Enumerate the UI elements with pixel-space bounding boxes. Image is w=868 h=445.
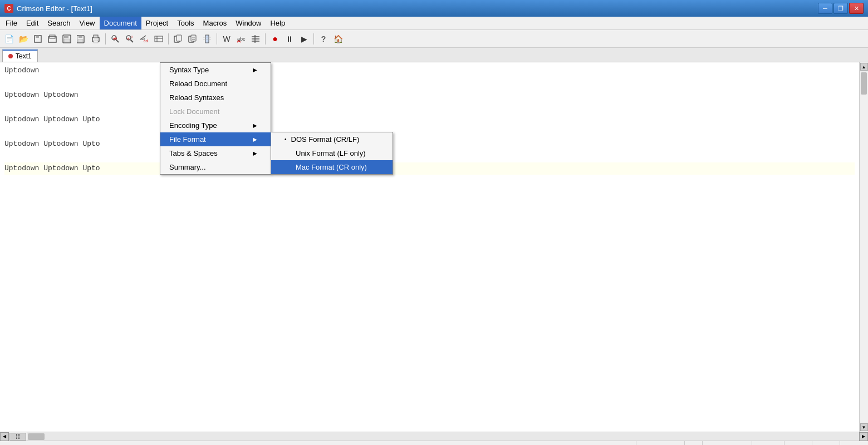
tab-bar: Text1 [0, 48, 868, 62]
status-bar: Set the active document to the Mac file … [0, 441, 868, 445]
spellcheck-button[interactable]: abc [234, 32, 248, 46]
scroll-up-btn[interactable]: ▲ [860, 63, 868, 71]
wordwrap-button[interactable]: W [220, 32, 233, 46]
record-button[interactable]: ● [268, 32, 282, 46]
menu-tools[interactable]: Tools [173, 17, 198, 29]
open-button[interactable]: 📂 [17, 32, 30, 46]
svg-rect-6 [64, 39, 70, 42]
title-bar-left: C Crimson Editor - [Text1] [4, 4, 92, 13]
tab-modified-dot [8, 54, 13, 58]
menu-bar: File Edit Search View Document Project T… [0, 17, 868, 30]
help-button[interactable]: ? [317, 32, 330, 46]
menu-file[interactable]: File [1, 17, 22, 29]
tabs-spaces-arrow: ▶ [253, 150, 257, 156]
svg-rect-26 [176, 35, 182, 41]
svg-rect-5 [64, 35, 68, 38]
reload-document-label: Reload Document [169, 80, 227, 88]
window-controls: ─ ❐ ✕ [818, 3, 864, 14]
toolbar: 📄 📂 ab ab+ abcd W abc ● [0, 30, 868, 48]
menu-macros[interactable]: Macros [199, 17, 232, 29]
menu-search[interactable]: Search [43, 17, 75, 29]
maximize-button[interactable]: ❐ [833, 3, 848, 14]
svg-rect-12 [94, 40, 98, 43]
paste-from-button[interactable] [186, 32, 199, 46]
goto-button[interactable] [152, 32, 165, 46]
svg-text:cd: cd [144, 39, 148, 43]
menu-view[interactable]: View [75, 17, 100, 29]
file-format-arrow: ▶ [253, 136, 257, 142]
editor-line: Uptodown Uptodown Upto [4, 138, 855, 150]
toolbar-sep-5 [313, 33, 314, 44]
print-button[interactable] [89, 32, 102, 46]
menu-summary[interactable]: Summary... [160, 160, 271, 174]
replace-button[interactable]: abcd [138, 32, 151, 46]
scroll-thumb[interactable] [861, 72, 867, 95]
find-next-button[interactable]: ab+ [123, 32, 136, 46]
menu-edit[interactable]: Edit [22, 17, 43, 29]
copy-to-button[interactable] [171, 32, 185, 46]
scroll-right-btn[interactable]: ▶ [859, 432, 868, 441]
close-button[interactable]: ✕ [849, 3, 864, 14]
horizontal-scrollbar: ◀ ⁞⁞ ▶ [0, 432, 868, 441]
scroll-page-left-btn[interactable]: ⁞⁞ [9, 433, 26, 441]
menu-encoding-type[interactable]: Encoding Type ▶ [160, 118, 271, 132]
title-bar: C Crimson Editor - [Text1] ─ ❐ ✕ [0, 0, 868, 17]
scroll-thumb-h[interactable] [28, 433, 45, 440]
home-button[interactable]: 🏠 [331, 32, 345, 46]
dos-format-bullet: • [285, 136, 287, 142]
find-button[interactable]: ab [109, 32, 122, 46]
syntax-type-label: Syntax Type [169, 66, 209, 74]
column-select-button[interactable] [200, 32, 214, 46]
menu-tabs-spaces[interactable]: Tabs & Spaces ▶ [160, 146, 271, 160]
pause-button[interactable]: ⏸ [283, 32, 296, 46]
scroll-down-btn[interactable]: ▼ [860, 423, 868, 431]
document-dropdown: Syntax Type ▶ Reload Document Reload Syn… [160, 62, 271, 175]
toolbar-sep-1 [105, 33, 106, 44]
vertical-scrollbar[interactable]: ▲ ▼ [859, 62, 868, 432]
editor-line-highlighted: Uptodown Uptodown Upto [4, 162, 855, 175]
mac-format-item[interactable]: Mac Format (CR only) [271, 160, 393, 174]
menu-reload-syntaxes[interactable]: Reload Syntaxes [160, 91, 271, 105]
save-button[interactable] [60, 32, 73, 46]
toolbar-sep-2 [168, 33, 169, 44]
play-button[interactable]: ▶ [297, 32, 311, 46]
menu-window[interactable]: Window [231, 17, 266, 29]
editor-line: Uptodown [4, 65, 855, 77]
minimize-button[interactable]: ─ [818, 3, 832, 14]
save-all-button[interactable] [75, 32, 88, 46]
mac-format-label: Mac Format (CR only) [296, 163, 367, 171]
menu-project[interactable]: Project [141, 17, 173, 29]
tab-text1[interactable]: Text1 [2, 50, 38, 62]
menu-syntax-type[interactable]: Syntax Type ▶ [160, 63, 271, 77]
dos-format-item[interactable]: • DOS Format (CR/LF) [271, 132, 393, 146]
scroll-left-btn[interactable]: ◀ [0, 432, 9, 441]
svg-rect-22 [155, 36, 163, 42]
svg-text:+: + [131, 35, 133, 39]
summary-label: Summary... [169, 163, 206, 171]
toolbar-btn-4[interactable] [46, 32, 59, 46]
editor-line [4, 77, 855, 89]
reload-syntaxes-label: Reload Syntaxes [169, 93, 224, 102]
list-button[interactable] [249, 32, 262, 46]
svg-rect-9 [78, 39, 83, 42]
svg-text:ab: ab [113, 37, 117, 40]
editor-line: Uptodown Uptodown [4, 89, 855, 101]
menu-file-format[interactable]: File Format ▶ • DOS Format (CR/LF) Unix … [160, 132, 271, 146]
app-icon: C [4, 4, 13, 13]
status-mode2: REC [784, 441, 812, 445]
menu-help[interactable]: Help [266, 17, 290, 29]
editor-wrapper: Uptodown Uptodown Uptodown Uptodown Upto… [0, 62, 868, 432]
unix-format-item[interactable]: Unix Format (LF only) [271, 146, 393, 160]
menu-reload-document[interactable]: Reload Document [160, 77, 271, 91]
toolbar-btn-3[interactable] [31, 32, 45, 46]
svg-line-14 [116, 39, 119, 42]
menu-document[interactable]: Document [100, 17, 141, 29]
status-mode1: READ [752, 441, 784, 445]
unix-format-label: Unix Format (LF only) [296, 149, 366, 157]
svg-rect-1 [36, 36, 39, 38]
svg-rect-8 [79, 36, 82, 38]
tab-label: Text1 [16, 52, 32, 60]
toolbar-sep-4 [265, 33, 266, 44]
editor-area[interactable]: Uptodown Uptodown Uptodown Uptodown Upto… [0, 62, 859, 432]
new-button[interactable]: 📄 [2, 32, 16, 46]
